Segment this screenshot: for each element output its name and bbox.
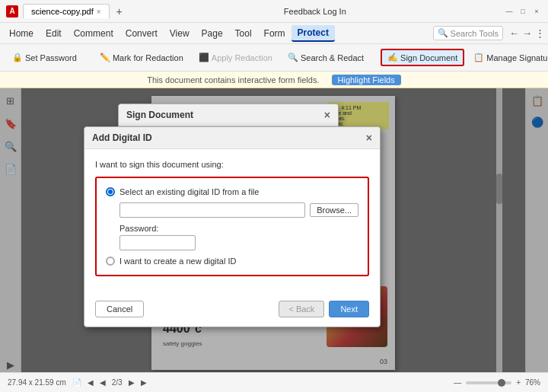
cancel-button[interactable]: Cancel [95,301,144,317]
sign-dialog-titlebar: Sign Document × [119,104,338,126]
menu-view[interactable]: View [164,26,196,41]
page-nav-next[interactable]: ▶ [129,378,135,387]
option2-label: I want to create a new digital ID [119,257,236,266]
search-redact-icon: 🔍 [288,53,298,62]
statusbar-right: — + 76% [454,378,540,387]
page-nav-prev[interactable]: ◀ [88,378,94,387]
menubar: Home Edit Comment Convert View Page Tool… [0,23,548,44]
sign-document-button[interactable]: ✍ Sign Document [381,49,464,66]
add-id-body: I want to sign this document using: Sele… [84,149,380,295]
window-controls: — □ × [504,6,542,17]
add-id-titlebar: Add Digital ID × [84,127,380,149]
file-tab[interactable]: science-copy.pdf × [23,4,110,18]
app-icon: A [6,5,18,18]
dimensions-text: 27.94 x 21.59 cm [8,378,66,387]
search-icon: 🔍 [438,28,448,38]
page-info: 2/3 [112,378,123,387]
file-path-input[interactable] [119,202,305,218]
tab-close-icon[interactable]: × [97,8,101,16]
browse-button[interactable]: Browse... [310,203,358,217]
zoom-minus[interactable]: — [454,378,461,387]
main-area: ⊞ 🔖 🔍 📄 ▶ Mat Lorem ipsum text content a… [0,88,548,372]
titlebar-center: Feedback Log In [126,7,504,16]
menu-convert[interactable]: Convert [119,26,164,41]
infobar: This document contains interactive form … [0,72,548,88]
menu-comment[interactable]: Comment [68,26,119,41]
menu-form[interactable]: Form [258,26,292,41]
minimize-button[interactable]: — [504,6,515,17]
menu-edit[interactable]: Edit [40,26,68,41]
search-tools-placeholder: Search Tools [451,29,499,38]
page-icon: 📄 [72,378,81,387]
maximize-button[interactable]: □ [518,6,528,17]
search-tools-box[interactable]: 🔍 Search Tools [433,26,503,40]
sign-dialog-close-button[interactable]: × [324,109,330,121]
apply-redaction-button[interactable]: ⬛ Apply Redaction [193,49,279,65]
add-id-close-button[interactable]: × [366,132,372,144]
statusbar: 27.94 x 21.59 cm 📄 ◀ ◀ 2/3 ▶ ▶ — + 76% [0,372,548,392]
forward-icon[interactable]: → [522,27,532,39]
password-input[interactable] [119,235,196,250]
password-section: Password: [106,224,358,250]
menu-protect[interactable]: Protect [292,25,335,42]
option2-radio[interactable] [106,257,115,266]
search-redact-button[interactable]: 🔍 Search & Redact [282,49,370,65]
add-id-title: Add Digital ID [92,132,152,143]
file-row: Browse... [106,202,358,218]
password-label: Password: [119,224,358,233]
mark-icon: ✏️ [100,53,110,62]
option1-row: Select an existing digital ID from a fil… [106,187,358,196]
sign-icon: ✍ [387,53,398,62]
add-id-section-label: I want to sign this document using: [95,160,369,169]
option1-label: Select an existing digital ID from a fil… [119,187,259,196]
footer-nav-buttons: < Back Next [279,301,369,317]
page-nav-prev2[interactable]: ◀ [100,378,106,387]
option-section: Select an existing digital ID from a fil… [95,177,369,276]
next-button[interactable]: Next [329,301,369,317]
menu-tool[interactable]: Tool [229,26,258,41]
zoom-thumb [498,379,505,387]
sign-dialog-title: Sign Document [126,110,193,120]
option2-row: I want to create a new digital ID [106,257,358,266]
menu-page[interactable]: Page [196,26,229,41]
option1-radio[interactable] [106,187,115,196]
apply-icon: ⬛ [199,53,209,62]
close-button[interactable]: × [531,6,542,17]
zoom-level: 76% [525,378,540,387]
manage-signatures-button[interactable]: 📋 Manage Signatures ▾ [467,49,548,65]
tab-label: science-copy.pdf [31,7,94,16]
more-icon[interactable]: ⋮ [535,27,545,39]
menu-home[interactable]: Home [3,26,40,41]
page-nav-next2[interactable]: ▶ [141,378,147,387]
back-button[interactable]: < Back [279,301,324,317]
protect-toolbar: 🔒 Set Password ✏️ Mark for Redaction ⬛ A… [0,44,548,72]
sig-icon: 📋 [473,53,484,62]
add-tab-button[interactable]: + [113,5,126,18]
set-password-button[interactable]: 🔒 Set Password [6,49,83,65]
titlebar: A science-copy.pdf × + Feedback Log In —… [0,0,548,23]
highlight-fields-button[interactable]: Highlight Fields [332,75,401,85]
infobar-message: This document contains interactive form … [147,75,319,84]
add-digital-id-dialog: Add Digital ID × I want to sign this doc… [84,126,381,327]
lock-icon: 🔒 [12,53,23,62]
back-icon[interactable]: ← [509,27,519,39]
zoom-plus[interactable]: + [516,378,521,387]
mark-redaction-button[interactable]: ✏️ Mark for Redaction [94,49,190,65]
add-id-footer: Cancel < Back Next [84,295,380,327]
zoom-slider[interactable] [466,381,511,384]
